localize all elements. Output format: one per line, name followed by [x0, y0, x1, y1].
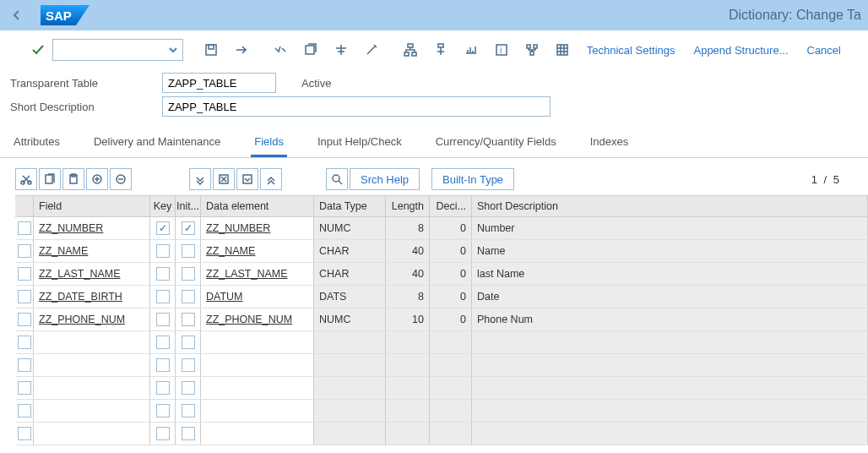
info-icon[interactable]: i — [492, 41, 511, 59]
key-checkbox[interactable] — [156, 336, 170, 349]
col-data-element[interactable]: Data element — [201, 196, 314, 216]
init-checkbox[interactable] — [182, 358, 195, 372]
data-element[interactable]: DATUM — [206, 291, 243, 303]
init-checkbox[interactable] — [182, 244, 195, 258]
data-element[interactable]: ZZ_PHONE_NUM — [206, 314, 292, 325]
col-description[interactable]: Short Description — [472, 196, 868, 216]
where-used-icon[interactable] — [332, 41, 350, 59]
col-decimals[interactable]: Deci... — [430, 196, 472, 216]
svg-rect-14 — [557, 45, 567, 55]
collapse-button[interactable] — [213, 168, 235, 190]
paste-button[interactable] — [62, 168, 84, 190]
key-checkbox[interactable] — [156, 358, 170, 372]
init-checkbox[interactable] — [182, 267, 195, 281]
tab-input-help[interactable]: Input Help/Check — [314, 130, 405, 157]
col-data-type[interactable]: Data Type — [314, 196, 386, 216]
init-checkbox[interactable] — [182, 290, 195, 303]
delete-row-button[interactable] — [110, 168, 132, 190]
row-select[interactable] — [18, 267, 31, 281]
forward-icon[interactable] — [232, 41, 251, 59]
key-checkbox[interactable] — [156, 290, 170, 303]
field-name[interactable] — [34, 400, 150, 422]
key-checkbox[interactable] — [156, 313, 170, 326]
graph-icon[interactable] — [462, 41, 480, 59]
row-down-button[interactable] — [236, 168, 258, 190]
structure-icon[interactable] — [523, 41, 541, 59]
tab-currency[interactable]: Currency/Quantity Fields — [432, 130, 560, 157]
collapse-all-button[interactable] — [260, 168, 282, 190]
append-structure-link[interactable]: Append Structure... — [686, 44, 795, 57]
command-select[interactable] — [52, 39, 183, 61]
init-checkbox[interactable] — [182, 381, 195, 395]
init-checkbox[interactable] — [182, 221, 195, 235]
cancel-link[interactable]: Cancel — [800, 44, 848, 57]
tab-delivery[interactable]: Delivery and Maintenance — [90, 130, 224, 157]
field-name[interactable]: ZZ_NUMBER — [39, 222, 103, 234]
data-element[interactable] — [201, 354, 314, 376]
col-key[interactable]: Key — [150, 196, 176, 216]
field-name[interactable] — [34, 423, 150, 445]
decimals — [430, 423, 472, 445]
row-select[interactable] — [18, 290, 31, 303]
field-name[interactable] — [34, 377, 150, 399]
init-checkbox[interactable] — [182, 336, 195, 349]
cut-button[interactable] — [15, 168, 37, 190]
data-element[interactable]: ZZ_NAME — [206, 245, 255, 257]
tab-indexes[interactable]: Indexes — [587, 130, 632, 157]
grid-icon[interactable] — [553, 41, 572, 59]
field-name[interactable] — [34, 331, 150, 353]
data-element[interactable]: ZZ_NUMBER — [206, 222, 270, 234]
col-init[interactable]: Init... — [176, 196, 201, 216]
tree-icon[interactable] — [431, 41, 450, 59]
insert-row-button[interactable] — [86, 168, 108, 190]
data-element[interactable] — [201, 423, 314, 445]
back-button[interactable] — [7, 5, 27, 25]
key-checkbox[interactable] — [156, 267, 170, 281]
init-checkbox[interactable] — [182, 427, 195, 440]
ok-button[interactable] — [29, 41, 47, 59]
data-element[interactable]: ZZ_LAST_NAME — [206, 268, 288, 280]
field-name[interactable] — [34, 354, 150, 376]
builtin-type-button[interactable]: Built-In Type — [431, 168, 514, 190]
key-checkbox[interactable] — [156, 427, 170, 440]
init-checkbox[interactable] — [182, 313, 195, 326]
save-icon[interactable] — [202, 41, 220, 59]
transparent-table-input[interactable] — [162, 73, 276, 93]
srch-help-button[interactable]: Srch Help — [350, 168, 420, 190]
tab-fields[interactable]: Fields — [251, 130, 287, 157]
row-select[interactable] — [18, 244, 31, 258]
wand-icon[interactable] — [362, 41, 381, 59]
data-element[interactable] — [201, 331, 314, 353]
row-select[interactable] — [18, 404, 31, 418]
row-select[interactable] — [18, 221, 31, 235]
technical-settings-link[interactable]: Technical Settings — [580, 44, 682, 57]
field-name[interactable]: ZZ_LAST_NAME — [39, 268, 121, 280]
field-name[interactable]: ZZ_PHONE_NUM — [39, 314, 125, 325]
copy-button[interactable] — [39, 168, 61, 190]
table-row: ZZ_DATE_BIRTH DATUM DATS 8 0 Date — [15, 286, 868, 308]
col-length[interactable]: Length — [386, 196, 430, 216]
row-select[interactable] — [18, 358, 31, 372]
row-select[interactable] — [18, 313, 31, 326]
activate-icon[interactable] — [301, 41, 320, 59]
init-checkbox[interactable] — [182, 404, 195, 418]
key-checkbox[interactable] — [156, 404, 170, 418]
expand-all-button[interactable] — [189, 168, 211, 190]
field-name[interactable]: ZZ_DATE_BIRTH — [39, 291, 122, 303]
short-description-input[interactable] — [162, 96, 551, 117]
data-element[interactable] — [201, 377, 314, 399]
data-element[interactable] — [201, 400, 314, 422]
field-name[interactable]: ZZ_NAME — [39, 245, 88, 257]
key-checkbox[interactable] — [156, 221, 170, 235]
search-button[interactable] — [326, 168, 348, 190]
tab-attributes[interactable]: Attributes — [10, 130, 63, 157]
hierarchy-icon[interactable] — [401, 41, 420, 59]
transparent-table-label: Transparent Table — [10, 77, 162, 90]
col-field[interactable]: Field — [34, 196, 150, 216]
row-select[interactable] — [18, 381, 31, 395]
row-select[interactable] — [18, 427, 31, 440]
check-icon[interactable] — [271, 41, 290, 59]
key-checkbox[interactable] — [156, 244, 170, 258]
key-checkbox[interactable] — [156, 381, 170, 395]
row-select[interactable] — [18, 336, 31, 349]
